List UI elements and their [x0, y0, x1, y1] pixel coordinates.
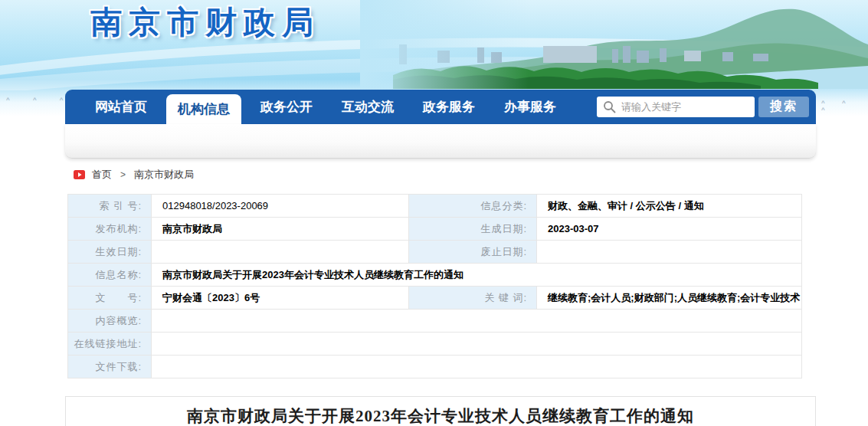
meta-value-info-name: 南京市财政局关于开展2023年会计专业技术人员继续教育工作的通知	[152, 264, 802, 287]
article-panel: 南京市财政局关于开展2023年会计专业技术人员继续教育工作的通知	[65, 396, 816, 426]
nav-item-interaction[interactable]: 互动交流	[332, 90, 404, 124]
subnav-strip	[65, 124, 816, 159]
table-row-link: 在线链接地址:	[68, 333, 802, 356]
table-row-info-name: 信息名称: 南京市财政局关于开展2023年会计专业技术人员继续教育工作的通知	[68, 264, 802, 287]
search-bar: 搜索	[597, 97, 809, 117]
meta-label-info-category: 信息分类:	[409, 195, 537, 218]
meta-value-effective-date	[152, 241, 409, 264]
meta-value-doc-no: 宁财会通〔2023〕6号	[152, 287, 409, 310]
nav-item-home[interactable]: 网站首页	[85, 90, 157, 124]
breadcrumb-current: 南京市财政局	[134, 168, 194, 182]
meta-value-info-category: 财政、金融、审计 / 公示公告 / 通知	[537, 195, 802, 218]
nav-item-org-info[interactable]: 机构信息	[166, 94, 241, 124]
nav-item-affairs-service[interactable]: 办事服务	[494, 90, 566, 124]
search-button[interactable]: 搜索	[758, 97, 809, 117]
breadcrumb-home-link[interactable]: 首页	[92, 168, 112, 182]
meta-value-file-download	[152, 356, 802, 378]
meta-label-content-overview: 内容概览:	[68, 310, 152, 333]
main-nav: 网站首页 机构信息 政务公开 互动交流 政务服务 办事服务 搜索	[65, 90, 816, 124]
search-icon	[603, 100, 616, 113]
breadcrumb: 首页 > 南京市财政局	[74, 168, 194, 182]
meta-value-issuing-org: 南京市财政局	[152, 218, 409, 241]
birds-decoration: ^ ^ ^	[821, 100, 868, 113]
meta-value-online-link	[152, 333, 802, 356]
table-row-index: 索 引 号: 012948018/2023-20069 信息分类: 财政、金融、…	[68, 195, 802, 218]
site-title: 南京市财政局	[90, 2, 320, 44]
search-input[interactable]	[597, 97, 755, 117]
meta-label-file-download: 文件下载:	[68, 356, 152, 378]
nav-item-gov-service[interactable]: 政务服务	[413, 90, 485, 124]
meta-value-keywords: 继续教育;会计人员;财政部门;人员继续教育;会计专业技术	[537, 287, 802, 310]
meta-label-effective-date: 生效日期:	[68, 241, 152, 264]
table-row-effective: 生效日期: 废止日期:	[68, 241, 802, 264]
meta-value-repeal-date	[537, 241, 802, 264]
meta-value-create-date: 2023-03-07	[537, 218, 802, 241]
meta-label-repeal-date: 废止日期:	[409, 241, 537, 264]
meta-value-content-overview	[152, 310, 802, 333]
meta-label-create-date: 生成日期:	[409, 218, 537, 241]
table-row-doc-no: 文 号: 宁财会通〔2023〕6号 关 键 词: 继续教育;会计人员;财政部门;…	[68, 287, 802, 310]
article-title: 南京市财政局关于开展2023年会计专业技术人员继续教育工作的通知	[66, 405, 815, 426]
breadcrumb-separator: >	[120, 169, 126, 180]
meta-label-info-name: 信息名称:	[68, 264, 152, 287]
banner-fade-overlay	[360, 0, 529, 89]
nav-item-gov-disclosure[interactable]: 政务公开	[251, 90, 323, 124]
meta-label-keywords: 关 键 词:	[409, 287, 537, 310]
meta-label-doc-no: 文 号:	[68, 287, 152, 310]
table-row-overview: 内容概览:	[68, 310, 802, 333]
table-row-issuer: 发布机构: 南京市财政局 生成日期: 2023-03-07	[68, 218, 802, 241]
table-row-download: 文件下载:	[68, 356, 802, 378]
meta-label-issuing-org: 发布机构:	[68, 218, 152, 241]
meta-label-index-no: 索 引 号:	[68, 195, 152, 218]
breadcrumb-home-icon	[74, 170, 85, 179]
meta-label-online-link: 在线链接地址:	[68, 333, 152, 356]
meta-value-index-no: 012948018/2023-20069	[152, 195, 409, 218]
document-meta-table: 索 引 号: 012948018/2023-20069 信息分类: 财政、金融、…	[67, 194, 802, 378]
